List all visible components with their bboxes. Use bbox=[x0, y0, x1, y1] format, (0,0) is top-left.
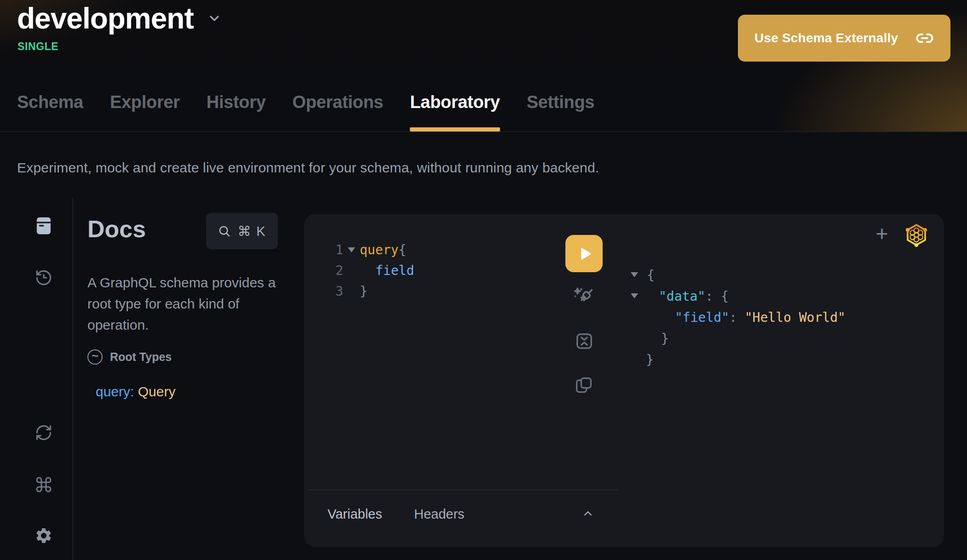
variables-tab[interactable]: Variables bbox=[328, 507, 382, 522]
line-number: 1 bbox=[329, 242, 343, 257]
gear-icon bbox=[35, 526, 53, 545]
sidebar-divider bbox=[73, 197, 73, 560]
copy-icon bbox=[574, 376, 593, 395]
code-field: field bbox=[375, 263, 414, 278]
root-types-section-header: ~ Root Types bbox=[87, 349, 172, 365]
chevron-up-icon bbox=[580, 507, 596, 520]
main-nav-tabs: Schema Explorer History Operations Labor… bbox=[17, 92, 594, 131]
status-badge: SINGLE bbox=[17, 40, 58, 53]
sidebar-shortcuts-button[interactable] bbox=[35, 474, 53, 495]
root-types-icon: ~ bbox=[87, 349, 103, 365]
query-editor-line: 3 } bbox=[329, 281, 368, 302]
root-type-row: query: Query bbox=[96, 384, 175, 400]
response-string: "Hello World" bbox=[745, 310, 846, 325]
page-description: Experiment, mock and create live environ… bbox=[17, 160, 599, 176]
refresh-icon bbox=[35, 423, 53, 442]
plus-icon: + bbox=[876, 222, 888, 246]
link-icon bbox=[915, 29, 934, 47]
response-line: "data": { bbox=[631, 286, 729, 307]
root-types-label: Root Types bbox=[110, 350, 172, 364]
response-punct: : bbox=[729, 310, 745, 325]
graphiql-panel: 1 query{ 2 field 3 } bbox=[304, 214, 944, 547]
code-punct: { bbox=[398, 242, 406, 257]
response-punct: { bbox=[647, 268, 655, 283]
response-punct: : bbox=[705, 289, 721, 304]
page-title: development bbox=[17, 4, 194, 33]
tab-history[interactable]: History bbox=[207, 92, 266, 131]
merge-fragments-button[interactable] bbox=[574, 331, 595, 352]
code-keyword: query bbox=[360, 242, 398, 257]
play-icon bbox=[575, 245, 593, 263]
response-key: "field" bbox=[675, 310, 729, 325]
search-icon bbox=[218, 224, 231, 238]
sidebar-history-button[interactable] bbox=[35, 268, 53, 288]
response-line: { bbox=[631, 264, 655, 286]
tab-schema[interactable]: Schema bbox=[17, 92, 83, 131]
merge-icon bbox=[574, 331, 594, 351]
code-punct: } bbox=[360, 284, 368, 299]
prettify-icon bbox=[573, 286, 596, 309]
chevron-down-icon bbox=[206, 10, 223, 27]
root-type-field-name: query bbox=[96, 384, 130, 399]
docs-search-button[interactable]: ⌘ K bbox=[206, 213, 278, 249]
execute-query-button[interactable] bbox=[565, 235, 603, 272]
tab-laboratory[interactable]: Laboratory bbox=[410, 92, 500, 131]
docs-panel-title: Docs bbox=[87, 215, 146, 243]
root-type-separator: : bbox=[130, 384, 138, 399]
editor-tools-divider bbox=[309, 490, 617, 490]
sidebar-docs-button[interactable] bbox=[35, 216, 53, 236]
hive-logo-icon[interactable] bbox=[904, 223, 928, 247]
target-selector[interactable]: development bbox=[17, 4, 223, 33]
use-schema-externally-button[interactable]: Use Schema Externally bbox=[738, 15, 950, 62]
history-icon bbox=[35, 269, 53, 287]
sidebar-settings-button[interactable] bbox=[35, 526, 53, 546]
headers-tab[interactable]: Headers bbox=[414, 507, 465, 522]
response-key: "data" bbox=[659, 289, 705, 304]
sidebar-refetch-button[interactable] bbox=[35, 423, 53, 443]
copy-query-button[interactable] bbox=[574, 375, 594, 395]
response-punct: } bbox=[661, 331, 669, 346]
root-type-link[interactable]: Query bbox=[138, 384, 176, 399]
use-schema-externally-label: Use Schema Externally bbox=[754, 31, 898, 46]
tab-settings[interactable]: Settings bbox=[527, 92, 595, 131]
search-shortcut-label: ⌘ K bbox=[237, 223, 266, 239]
response-punct: { bbox=[721, 289, 729, 304]
page-header: development SINGLE Use Schema Externally… bbox=[0, 0, 967, 132]
add-tab-button[interactable]: + bbox=[871, 223, 893, 245]
tab-explorer[interactable]: Explorer bbox=[110, 92, 180, 131]
line-number: 2 bbox=[329, 263, 343, 278]
tab-operations[interactable]: Operations bbox=[293, 92, 384, 131]
line-number: 3 bbox=[329, 284, 343, 299]
command-icon bbox=[35, 475, 53, 494]
collapse-tools-button[interactable] bbox=[580, 507, 596, 522]
docs-book-icon bbox=[35, 216, 53, 236]
query-editor-line: 2 field bbox=[329, 260, 414, 281]
prettify-query-button[interactable] bbox=[572, 286, 596, 309]
response-line: } bbox=[631, 328, 669, 349]
laboratory-page: development SINGLE Use Schema Externally… bbox=[0, 0, 967, 560]
response-line: "field": "Hello World" bbox=[631, 307, 846, 328]
response-punct: } bbox=[646, 352, 654, 367]
response-line: } bbox=[631, 349, 654, 370]
query-editor-line: 1 query{ bbox=[329, 240, 406, 260]
docs-description: A GraphQL schema provides a root type fo… bbox=[87, 272, 286, 336]
fold-triangle-icon[interactable] bbox=[343, 247, 360, 252]
